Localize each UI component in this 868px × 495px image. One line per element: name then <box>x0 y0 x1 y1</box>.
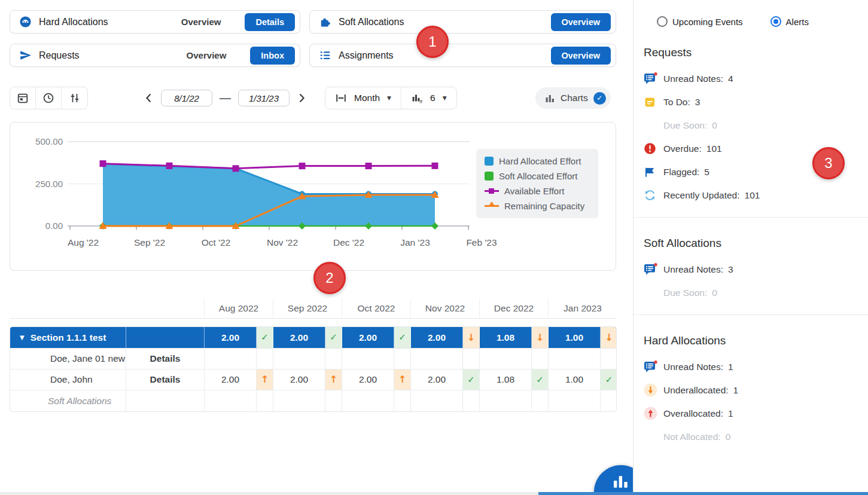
section-toggle[interactable]: ▼Section 1.1.1 test <box>10 327 126 348</box>
legend-label: Available Effort <box>504 186 564 196</box>
bar-chart-icon <box>545 93 555 103</box>
filter-settings-button[interactable] <box>62 87 87 109</box>
month-value-cell: 2.00 <box>342 327 394 348</box>
alert-item-to-do[interactable]: To Do:3 <box>644 90 858 114</box>
radio-alerts[interactable]: Alerts <box>770 16 809 27</box>
status-cell <box>601 390 617 411</box>
alert-label: Unread Notes: <box>663 362 723 372</box>
month-value-cell: 2.00 <box>411 327 463 348</box>
month-value-cell[interactable]: 2.00 <box>342 369 394 390</box>
details-link[interactable]: Details <box>126 349 205 369</box>
alert-label: Overallocated: <box>663 408 723 419</box>
table-row-doe-john: Doe, JohnDetails2.00↑2.00↑2.00↑2.00✓1.08… <box>10 369 616 390</box>
month-value-cell[interactable]: 1.00 <box>549 369 601 390</box>
alert-label: Overdue: <box>663 143 702 154</box>
refresh-icon <box>644 189 656 201</box>
alert-item-due-soon[interactable]: Due Soon:0 <box>644 281 858 304</box>
time-button[interactable] <box>36 87 62 109</box>
svg-text:Aug '22: Aug '22 <box>68 237 99 248</box>
hard-allocations-overview-link[interactable]: Overview <box>181 17 221 27</box>
horizontal-scrollbar-thumb[interactable] <box>538 492 868 495</box>
requests-overview-link[interactable]: Overview <box>187 50 227 60</box>
arrow-down-icon: ↓ <box>536 333 544 343</box>
underallocated-icon <box>644 383 657 397</box>
card-title: Soft Allocations <box>339 17 404 28</box>
alert-item-not-allocated[interactable]: Not Allocated:0 <box>644 425 858 448</box>
status-cell: ✓ <box>394 327 411 348</box>
chevron-down-icon: ▼ <box>443 95 447 101</box>
table-row-section: ▼Section 1.1.1 test2.00✓2.00✓2.00✓2.00↓1… <box>10 327 616 349</box>
interval-value: Month <box>354 93 380 103</box>
legend-label: Hard Allocated Effort <box>499 156 581 166</box>
section-title: Requests <box>644 46 858 59</box>
effort-chart-card: 500.00250.000.00Aug '22Sep '22Oct '22Nov… <box>10 122 616 271</box>
status-cell <box>532 349 549 369</box>
alert-item-unread-notes[interactable]: Unread Notes:4 <box>644 67 858 90</box>
column-header-month: Oct 2022 <box>342 299 410 318</box>
details-link[interactable]: Details <box>126 369 205 390</box>
alert-count: 3 <box>728 264 733 275</box>
status-cell: ✓ <box>325 327 342 348</box>
status-cell <box>463 349 480 369</box>
annotation-badge-2: 2 <box>313 262 346 294</box>
calendar-icon <box>17 92 29 104</box>
column-header-month: Dec 2022 <box>479 299 548 318</box>
hard-allocations-details-button[interactable]: Details <box>245 13 295 31</box>
soft-allocations-overview-button[interactable]: Overview <box>551 13 611 31</box>
alert-item-recently-updated[interactable]: Recently Updated:101 <box>644 184 858 207</box>
legend-swatch <box>485 157 494 166</box>
next-period-button[interactable] <box>295 91 308 105</box>
interval-dropdown[interactable]: Month ▼ <box>325 87 401 109</box>
month-value-cell[interactable]: 1.08 <box>480 369 532 390</box>
status-cell <box>394 390 411 411</box>
status-cell: ↑ <box>257 369 273 390</box>
alert-item-unread-notes[interactable]: Unread Notes:3 <box>644 258 858 281</box>
previous-period-button[interactable] <box>142 91 156 105</box>
check-icon: ✓ <box>536 375 544 384</box>
date-range-separator: — <box>220 91 231 105</box>
month-value-cell[interactable]: 2.00 <box>273 369 325 390</box>
group-name[interactable]: Soft Allocations <box>10 390 126 411</box>
alert-count: 1 <box>733 385 739 396</box>
chart-legend: Hard Allocated EffortSoft Allocated Effo… <box>476 149 598 218</box>
unread-notes-icon <box>644 263 657 276</box>
period-count-dropdown[interactable]: # 6 ▼ <box>401 87 456 109</box>
section-name: Section 1.1.1 test <box>31 332 106 343</box>
alert-item-overallocated[interactable]: Overallocated:1 <box>644 402 858 425</box>
calendar-button[interactable] <box>10 87 36 109</box>
chevron-right-icon <box>296 93 307 103</box>
alert-item-underallocated[interactable]: Underallocated:1 <box>644 378 858 402</box>
requests-inbox-button[interactable]: Inbox <box>250 47 295 65</box>
legend-line-marker <box>485 205 499 207</box>
alert-item-due-soon[interactable]: Due Soon:0 <box>644 114 858 137</box>
radio-upcoming-events[interactable]: Upcoming Events <box>657 16 743 27</box>
end-date-input[interactable] <box>238 90 290 106</box>
arrow-down-icon: ↓ <box>467 333 475 343</box>
month-value-cell[interactable]: 2.00 <box>205 369 257 390</box>
sidebar-section-hard-allocations: Hard AllocationsUnread Notes:1Underalloc… <box>634 334 868 459</box>
chevron-down-icon: ▼ <box>387 95 391 101</box>
period-count-value: 6 <box>430 93 435 103</box>
card-soft-allocations: Soft AllocationsOverview <box>309 10 616 33</box>
table-row-soft-allocations: Soft Allocations <box>10 390 616 411</box>
alert-label: Unread Notes: <box>663 74 723 84</box>
status-cell <box>463 390 480 411</box>
start-date-input[interactable] <box>161 90 212 106</box>
alert-item-unread-notes[interactable]: Unread Notes:1 <box>644 355 858 378</box>
status-cell: ✓ <box>463 369 480 390</box>
alert-count: 101 <box>706 143 722 154</box>
assignments-overview-button[interactable]: Overview <box>551 47 611 65</box>
charts-toggle[interactable]: Charts ✓ <box>535 87 611 109</box>
status-cell <box>601 349 617 369</box>
flag-icon <box>644 166 656 178</box>
legend-item-available-effort: Available Effort <box>485 186 590 196</box>
month-value-cell <box>342 349 394 369</box>
alert-count: 0 <box>726 432 731 442</box>
alert-label: Not Allocated: <box>663 432 721 442</box>
table-body: ▼Section 1.1.1 test2.00✓2.00✓2.00✓2.00↓1… <box>10 326 617 412</box>
sidebar-section-requests: RequestsUnread Notes:4To Do:3Due Soon:0O… <box>634 46 868 218</box>
status-cell: ✓ <box>532 369 549 390</box>
month-value-cell[interactable]: 2.00 <box>411 369 463 390</box>
status-cell: ↑ <box>394 369 411 390</box>
legend-item-remaining-capacity: Remaining Capacity <box>485 201 590 211</box>
